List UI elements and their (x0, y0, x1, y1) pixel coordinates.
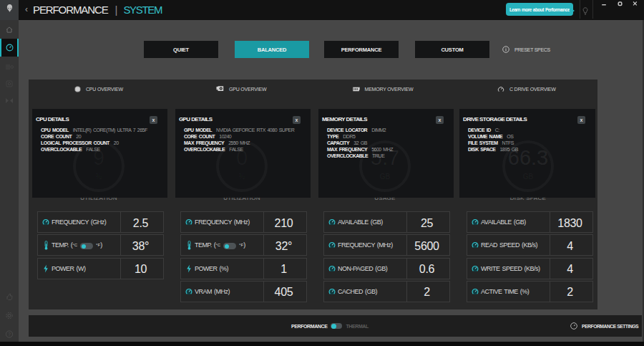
svg-text:?: ? (8, 332, 11, 337)
